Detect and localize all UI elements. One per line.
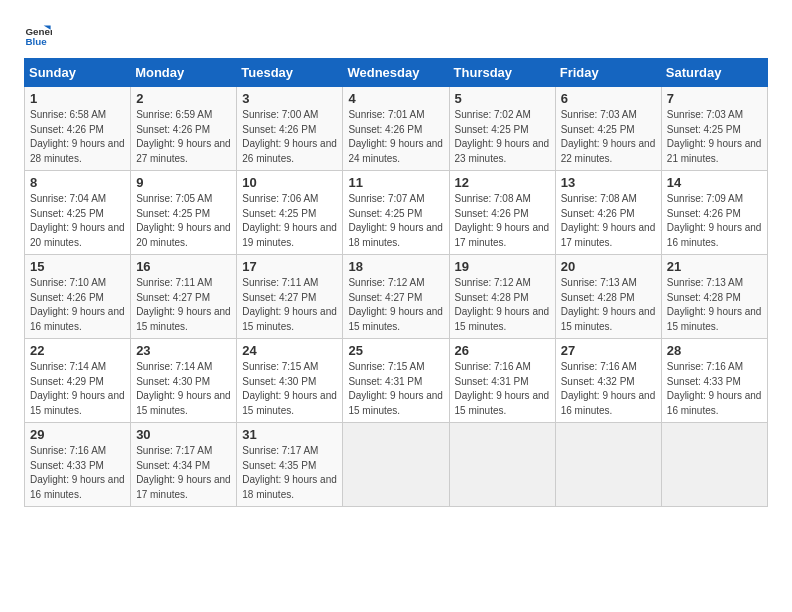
day-info: Sunrise: 7:13 AMSunset: 4:28 PMDaylight:… (561, 277, 656, 332)
calendar-cell: 18 Sunrise: 7:12 AMSunset: 4:27 PMDaylig… (343, 255, 449, 339)
calendar-cell: 25 Sunrise: 7:15 AMSunset: 4:31 PMDaylig… (343, 339, 449, 423)
day-number: 15 (30, 259, 126, 274)
calendar-cell: 4 Sunrise: 7:01 AMSunset: 4:26 PMDayligh… (343, 87, 449, 171)
calendar-cell: 21 Sunrise: 7:13 AMSunset: 4:28 PMDaylig… (661, 255, 767, 339)
day-info: Sunrise: 7:14 AMSunset: 4:29 PMDaylight:… (30, 361, 125, 416)
day-number: 17 (242, 259, 338, 274)
calendar-cell: 16 Sunrise: 7:11 AMSunset: 4:27 PMDaylig… (131, 255, 237, 339)
day-number: 7 (667, 91, 763, 106)
day-number: 13 (561, 175, 657, 190)
day-info: Sunrise: 6:58 AMSunset: 4:26 PMDaylight:… (30, 109, 125, 164)
day-info: Sunrise: 7:15 AMSunset: 4:31 PMDaylight:… (348, 361, 443, 416)
day-info: Sunrise: 7:16 AMSunset: 4:33 PMDaylight:… (667, 361, 762, 416)
day-info: Sunrise: 7:09 AMSunset: 4:26 PMDaylight:… (667, 193, 762, 248)
day-number: 4 (348, 91, 444, 106)
day-number: 24 (242, 343, 338, 358)
day-info: Sunrise: 7:03 AMSunset: 4:25 PMDaylight:… (667, 109, 762, 164)
day-number: 3 (242, 91, 338, 106)
calendar-header: SundayMondayTuesdayWednesdayThursdayFrid… (25, 59, 768, 87)
day-number: 21 (667, 259, 763, 274)
day-info: Sunrise: 7:12 AMSunset: 4:28 PMDaylight:… (455, 277, 550, 332)
day-info: Sunrise: 7:16 AMSunset: 4:31 PMDaylight:… (455, 361, 550, 416)
calendar-cell: 28 Sunrise: 7:16 AMSunset: 4:33 PMDaylig… (661, 339, 767, 423)
day-info: Sunrise: 7:05 AMSunset: 4:25 PMDaylight:… (136, 193, 231, 248)
header-cell-monday: Monday (131, 59, 237, 87)
day-number: 27 (561, 343, 657, 358)
day-info: Sunrise: 7:06 AMSunset: 4:25 PMDaylight:… (242, 193, 337, 248)
calendar-cell (555, 423, 661, 507)
calendar-cell: 20 Sunrise: 7:13 AMSunset: 4:28 PMDaylig… (555, 255, 661, 339)
day-info: Sunrise: 7:16 AMSunset: 4:32 PMDaylight:… (561, 361, 656, 416)
day-number: 1 (30, 91, 126, 106)
calendar-cell: 9 Sunrise: 7:05 AMSunset: 4:25 PMDayligh… (131, 171, 237, 255)
day-number: 22 (30, 343, 126, 358)
day-number: 23 (136, 343, 232, 358)
calendar-cell: 13 Sunrise: 7:08 AMSunset: 4:26 PMDaylig… (555, 171, 661, 255)
calendar-cell (343, 423, 449, 507)
day-info: Sunrise: 7:01 AMSunset: 4:26 PMDaylight:… (348, 109, 443, 164)
calendar-cell: 2 Sunrise: 6:59 AMSunset: 4:26 PMDayligh… (131, 87, 237, 171)
calendar-cell: 5 Sunrise: 7:02 AMSunset: 4:25 PMDayligh… (449, 87, 555, 171)
day-number: 25 (348, 343, 444, 358)
day-info: Sunrise: 7:14 AMSunset: 4:30 PMDaylight:… (136, 361, 231, 416)
day-info: Sunrise: 7:08 AMSunset: 4:26 PMDaylight:… (455, 193, 550, 248)
calendar-week-row: 29 Sunrise: 7:16 AMSunset: 4:33 PMDaylig… (25, 423, 768, 507)
day-info: Sunrise: 7:15 AMSunset: 4:30 PMDaylight:… (242, 361, 337, 416)
calendar-cell: 10 Sunrise: 7:06 AMSunset: 4:25 PMDaylig… (237, 171, 343, 255)
calendar-cell: 24 Sunrise: 7:15 AMSunset: 4:30 PMDaylig… (237, 339, 343, 423)
day-info: Sunrise: 7:17 AMSunset: 4:35 PMDaylight:… (242, 445, 337, 500)
calendar-week-row: 15 Sunrise: 7:10 AMSunset: 4:26 PMDaylig… (25, 255, 768, 339)
calendar-cell: 23 Sunrise: 7:14 AMSunset: 4:30 PMDaylig… (131, 339, 237, 423)
logo: General Blue (24, 20, 52, 48)
calendar-cell: 6 Sunrise: 7:03 AMSunset: 4:25 PMDayligh… (555, 87, 661, 171)
day-number: 11 (348, 175, 444, 190)
header-cell-friday: Friday (555, 59, 661, 87)
day-number: 14 (667, 175, 763, 190)
calendar-cell: 7 Sunrise: 7:03 AMSunset: 4:25 PMDayligh… (661, 87, 767, 171)
day-number: 9 (136, 175, 232, 190)
day-number: 26 (455, 343, 551, 358)
calendar-week-row: 1 Sunrise: 6:58 AMSunset: 4:26 PMDayligh… (25, 87, 768, 171)
day-number: 16 (136, 259, 232, 274)
calendar-cell: 12 Sunrise: 7:08 AMSunset: 4:26 PMDaylig… (449, 171, 555, 255)
calendar-cell: 17 Sunrise: 7:11 AMSunset: 4:27 PMDaylig… (237, 255, 343, 339)
header-cell-thursday: Thursday (449, 59, 555, 87)
day-number: 2 (136, 91, 232, 106)
svg-text:Blue: Blue (25, 36, 47, 47)
day-info: Sunrise: 7:00 AMSunset: 4:26 PMDaylight:… (242, 109, 337, 164)
day-info: Sunrise: 7:03 AMSunset: 4:25 PMDaylight:… (561, 109, 656, 164)
day-info: Sunrise: 6:59 AMSunset: 4:26 PMDaylight:… (136, 109, 231, 164)
calendar-cell: 3 Sunrise: 7:00 AMSunset: 4:26 PMDayligh… (237, 87, 343, 171)
day-number: 8 (30, 175, 126, 190)
calendar-cell: 15 Sunrise: 7:10 AMSunset: 4:26 PMDaylig… (25, 255, 131, 339)
calendar-cell: 1 Sunrise: 6:58 AMSunset: 4:26 PMDayligh… (25, 87, 131, 171)
calendar-cell: 27 Sunrise: 7:16 AMSunset: 4:32 PMDaylig… (555, 339, 661, 423)
calendar-cell: 30 Sunrise: 7:17 AMSunset: 4:34 PMDaylig… (131, 423, 237, 507)
day-number: 18 (348, 259, 444, 274)
day-info: Sunrise: 7:08 AMSunset: 4:26 PMDaylight:… (561, 193, 656, 248)
day-info: Sunrise: 7:11 AMSunset: 4:27 PMDaylight:… (242, 277, 337, 332)
calendar-cell: 29 Sunrise: 7:16 AMSunset: 4:33 PMDaylig… (25, 423, 131, 507)
day-info: Sunrise: 7:12 AMSunset: 4:27 PMDaylight:… (348, 277, 443, 332)
day-info: Sunrise: 7:02 AMSunset: 4:25 PMDaylight:… (455, 109, 550, 164)
header-cell-sunday: Sunday (25, 59, 131, 87)
logo-icon: General Blue (24, 20, 52, 48)
calendar-table: SundayMondayTuesdayWednesdayThursdayFrid… (24, 58, 768, 507)
calendar-cell: 31 Sunrise: 7:17 AMSunset: 4:35 PMDaylig… (237, 423, 343, 507)
day-info: Sunrise: 7:04 AMSunset: 4:25 PMDaylight:… (30, 193, 125, 248)
day-number: 20 (561, 259, 657, 274)
day-number: 6 (561, 91, 657, 106)
day-number: 10 (242, 175, 338, 190)
header-cell-tuesday: Tuesday (237, 59, 343, 87)
page-header: General Blue (24, 20, 768, 48)
header-row: SundayMondayTuesdayWednesdayThursdayFrid… (25, 59, 768, 87)
calendar-cell: 19 Sunrise: 7:12 AMSunset: 4:28 PMDaylig… (449, 255, 555, 339)
calendar-week-row: 22 Sunrise: 7:14 AMSunset: 4:29 PMDaylig… (25, 339, 768, 423)
calendar-cell (661, 423, 767, 507)
day-info: Sunrise: 7:10 AMSunset: 4:26 PMDaylight:… (30, 277, 125, 332)
day-info: Sunrise: 7:11 AMSunset: 4:27 PMDaylight:… (136, 277, 231, 332)
day-number: 19 (455, 259, 551, 274)
day-number: 5 (455, 91, 551, 106)
header-cell-saturday: Saturday (661, 59, 767, 87)
calendar-cell: 8 Sunrise: 7:04 AMSunset: 4:25 PMDayligh… (25, 171, 131, 255)
